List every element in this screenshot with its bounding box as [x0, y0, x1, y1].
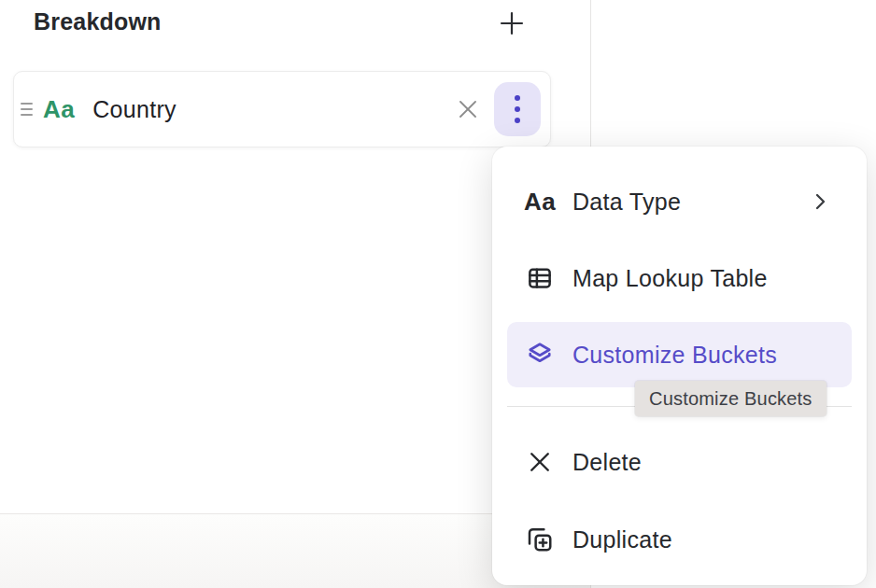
plus-icon	[498, 9, 526, 37]
field-name: Country	[92, 96, 177, 123]
menu-item-data-type[interactable]: Aa Data Type	[507, 169, 852, 234]
field-menu-button[interactable]	[494, 82, 541, 136]
menu-item-label: Customize Buckets	[572, 342, 777, 369]
stack-icon	[523, 338, 557, 371]
close-icon	[456, 97, 480, 121]
menu-item-delete[interactable]: Delete	[507, 429, 852, 495]
table-icon	[523, 261, 557, 295]
menu-item-label: Delete	[572, 449, 642, 476]
menu-item-map-lookup-table[interactable]: Map Lookup Table	[507, 245, 852, 311]
text-type-icon: Aa	[43, 95, 75, 124]
menu-item-label: Duplicate	[572, 526, 672, 553]
kebab-menu-icon	[515, 95, 520, 123]
add-breakdown-button[interactable]	[494, 6, 530, 41]
field-context-menu: Aa Data Type Map Lookup Table Cust	[492, 147, 867, 585]
menu-item-label: Map Lookup Table	[572, 265, 768, 292]
chevron-right-icon	[811, 190, 829, 213]
drag-handle-icon[interactable]	[21, 103, 33, 116]
breakdown-field-card: Aa Country	[13, 71, 551, 147]
panel-title: Breakdown	[34, 8, 162, 35]
copy-plus-icon	[523, 523, 557, 556]
remove-field-button[interactable]	[451, 92, 485, 126]
text-type-icon: Aa	[523, 185, 557, 218]
menu-item-duplicate[interactable]: Duplicate	[507, 507, 852, 572]
menu-item-customize-buckets[interactable]: Customize Buckets	[507, 322, 852, 387]
tooltip: Customize Buckets	[635, 381, 827, 416]
x-icon	[523, 445, 557, 479]
menu-item-label: Data Type	[572, 189, 681, 216]
